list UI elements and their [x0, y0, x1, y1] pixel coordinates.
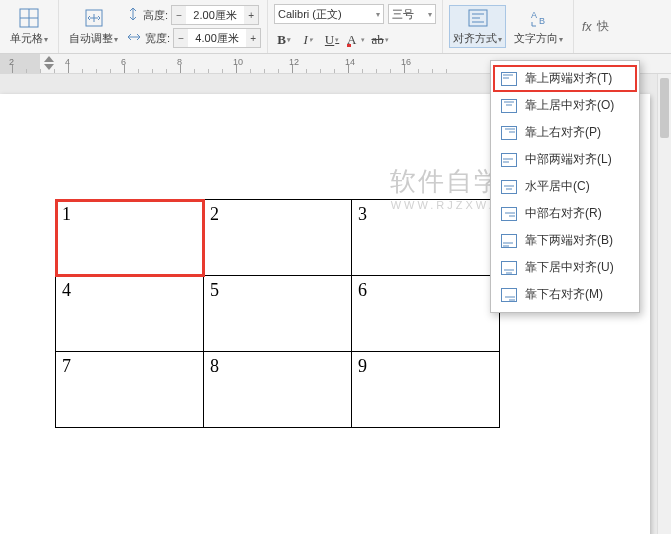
scrollbar-thumb[interactable]	[660, 78, 669, 138]
align-menu-item[interactable]: 靠下居中对齐(U)	[493, 254, 637, 281]
ruler-number: 12	[289, 57, 299, 67]
ruler-number: 16	[401, 57, 411, 67]
group-align: 对齐方式▾ AB 文字方向▾	[443, 0, 574, 53]
size-controls: 高度: − 2.00厘米 + 宽度: − 4.00厘米 +	[126, 5, 261, 48]
autofit-icon	[83, 7, 105, 29]
highlight-button[interactable]: ab▾	[370, 31, 390, 49]
align-menu-item[interactable]: 中部两端对齐(L)	[493, 146, 637, 173]
align-menu-label: 靠上两端对齐(T)	[525, 70, 612, 87]
align-menu-label: 中部两端对齐(L)	[525, 151, 612, 168]
svg-rect-16	[502, 126, 517, 139]
table-cell[interactable]: 5	[204, 276, 352, 352]
align-option-icon	[501, 207, 517, 221]
align-option-icon	[501, 99, 517, 113]
align-menu-item[interactable]: 靠上右对齐(P)	[493, 119, 637, 146]
indent-marker-bottom[interactable]	[44, 64, 54, 70]
underline-button[interactable]: U▾	[322, 31, 342, 49]
cell-icon	[18, 7, 40, 29]
height-icon	[126, 6, 140, 25]
align-menu-item[interactable]: 靠下两端对齐(B)	[493, 227, 637, 254]
font-name-value: Calibri (正文)	[278, 7, 342, 22]
group-autofit: 自动调整▾ 高度: − 2.00厘米 + 宽度: − 4.00厘米 +	[59, 0, 268, 53]
caret-icon: ▾	[44, 35, 48, 44]
width-spinner[interactable]: − 4.00厘米 +	[173, 28, 261, 48]
table-cell[interactable]: 9	[352, 352, 500, 428]
italic-button[interactable]: I▾	[298, 31, 318, 49]
caret-icon: ▾	[114, 35, 118, 44]
align-menu-item[interactable]: 靠下右对齐(M)	[493, 281, 637, 308]
fx-side[interactable]: 快	[597, 18, 609, 35]
fx-label[interactable]: fx	[582, 20, 591, 34]
svg-rect-13	[502, 99, 517, 112]
align-option-icon	[501, 288, 517, 302]
table-cell[interactable]: 7	[56, 352, 204, 428]
group-font: Calibri (正文) ▾ 三号 ▾ B▾ I▾ U▾ A▾ ab▾	[268, 0, 443, 53]
svg-text:A: A	[531, 10, 537, 20]
height-label: 高度:	[143, 8, 168, 23]
svg-rect-22	[502, 180, 517, 193]
indent-marker-top[interactable]	[44, 56, 54, 62]
font-size-select[interactable]: 三号 ▾	[388, 4, 436, 24]
ribbon-toolbar: 单元格▾ 自动调整▾ 高度: − 2.00厘米 + 宽度:	[0, 0, 671, 54]
height-spinner[interactable]: − 2.00厘米 +	[171, 5, 259, 25]
width-icon	[126, 30, 142, 47]
table-cell[interactable]: 8	[204, 352, 352, 428]
spin-plus[interactable]: +	[244, 6, 258, 24]
align-menu-label: 靠下居中对齐(U)	[525, 259, 614, 276]
textdir-button[interactable]: AB 文字方向▾	[510, 5, 567, 48]
align-option-icon	[501, 234, 517, 248]
align-button[interactable]: 对齐方式▾	[449, 5, 506, 48]
width-value: 4.00厘米	[188, 31, 246, 46]
align-menu-item[interactable]: 靠上居中对齐(O)	[493, 92, 637, 119]
table-row: 456	[56, 276, 500, 352]
table-cell[interactable]: 1	[56, 200, 204, 276]
align-option-icon	[501, 180, 517, 194]
vertical-scrollbar[interactable]	[657, 74, 671, 534]
font-color-button[interactable]: A▾	[346, 31, 366, 49]
font-size-value: 三号	[392, 7, 414, 22]
cell-button[interactable]: 单元格▾	[6, 5, 52, 48]
textdir-label: 文字方向	[514, 32, 558, 44]
svg-rect-25	[502, 207, 517, 220]
align-menu-item[interactable]: 靠上两端对齐(T)	[493, 65, 637, 92]
table-row: 789	[56, 352, 500, 428]
align-menu-label: 靠下两端对齐(B)	[525, 232, 613, 249]
group-cell: 单元格▾	[0, 0, 59, 53]
align-menu-item[interactable]: 水平居中(C)	[493, 173, 637, 200]
align-option-icon	[501, 261, 517, 275]
align-menu-label: 靠上居中对齐(O)	[525, 97, 614, 114]
align-menu-label: 中部右对齐(R)	[525, 205, 602, 222]
align-menu-label: 靠下右对齐(M)	[525, 286, 603, 303]
caret-icon: ▾	[376, 10, 380, 19]
table-cell[interactable]: 2	[204, 200, 352, 276]
align-label: 对齐方式	[453, 32, 497, 44]
svg-rect-10	[502, 72, 517, 85]
cell-label: 单元格	[10, 32, 43, 44]
autofit-label: 自动调整	[69, 32, 113, 44]
align-menu-label: 靠上右对齐(P)	[525, 124, 601, 141]
align-menu-label: 水平居中(C)	[525, 178, 590, 195]
spin-minus[interactable]: −	[174, 29, 188, 47]
align-option-icon	[501, 126, 517, 140]
spin-plus[interactable]: +	[246, 29, 260, 47]
autofit-button[interactable]: 自动调整▾	[65, 5, 122, 48]
svg-rect-19	[502, 153, 517, 166]
align-option-icon	[501, 72, 517, 86]
bold-button[interactable]: B▾	[274, 31, 294, 49]
align-option-icon	[501, 153, 517, 167]
group-formula: fx 快	[574, 0, 617, 53]
document-table[interactable]: 123456789	[55, 199, 500, 428]
width-label: 宽度:	[145, 31, 170, 46]
textdir-icon: AB	[528, 7, 550, 29]
table-cell[interactable]: 3	[352, 200, 500, 276]
ruler-number: 10	[233, 57, 243, 67]
align-menu-item[interactable]: 中部右对齐(R)	[493, 200, 637, 227]
font-name-select[interactable]: Calibri (正文) ▾	[274, 4, 384, 24]
table-cell[interactable]: 4	[56, 276, 204, 352]
table-cell[interactable]: 6	[352, 276, 500, 352]
svg-text:B: B	[539, 16, 545, 26]
align-dropdown: 靠上两端对齐(T)靠上居中对齐(O)靠上右对齐(P)中部两端对齐(L)水平居中(…	[490, 60, 640, 313]
spin-minus[interactable]: −	[172, 6, 186, 24]
caret-icon: ▾	[428, 10, 432, 19]
ruler-number: 14	[345, 57, 355, 67]
